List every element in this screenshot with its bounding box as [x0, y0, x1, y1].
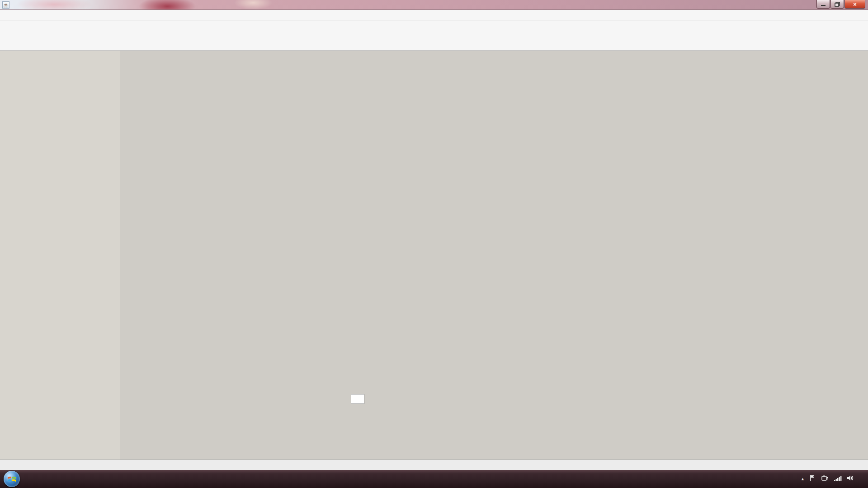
network-signal-icon[interactable] [834, 475, 842, 483]
system-tray: ▲ [796, 470, 865, 488]
measurement-sidebar [0, 51, 120, 460]
spectrogram-panel [120, 51, 868, 459]
restore-button[interactable] [830, 0, 844, 9]
graph-legend [351, 394, 364, 404]
app-icon: ☕ [2, 1, 9, 9]
windows-taskbar: ▲ [0, 470, 868, 488]
status-bar [0, 460, 868, 470]
show-hidden-icons-arrow[interactable]: ▲ [801, 477, 805, 481]
close-button[interactable]: × [844, 0, 865, 9]
menu-bar [0, 10, 868, 20]
main-toolbar [0, 20, 868, 51]
start-button[interactable] [4, 471, 20, 487]
minimize-button[interactable] [816, 0, 830, 9]
action-center-flag-icon[interactable] [809, 474, 816, 483]
title-bar[interactable]: ☕ × [0, 0, 868, 10]
rew-application-window: ☕ × « [0, 0, 868, 488]
volume-icon[interactable] [846, 474, 854, 483]
power-battery-icon[interactable] [821, 474, 829, 483]
